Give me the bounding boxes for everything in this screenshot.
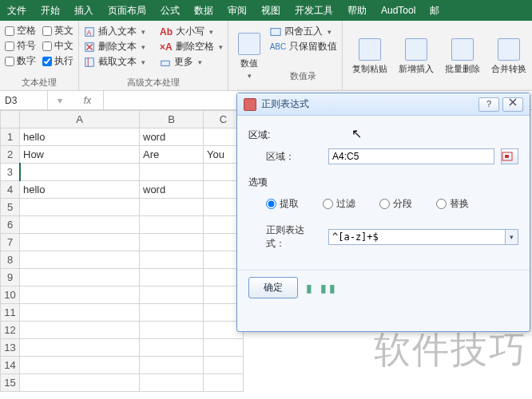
region-input[interactable] bbox=[328, 148, 494, 164]
checkbox-数字[interactable]: 数字 bbox=[5, 54, 36, 68]
cell-A9[interactable] bbox=[20, 269, 140, 286]
row-header-8[interactable]: 8 bbox=[1, 251, 20, 269]
cell-B9[interactable] bbox=[140, 269, 204, 286]
range-picker-button[interactable] bbox=[501, 148, 518, 164]
merge-button[interactable]: 合并转换 bbox=[486, 24, 531, 89]
case-button[interactable]: Ab 大小写▾ bbox=[160, 24, 223, 39]
cut-text-button[interactable]: 截取文本▾ bbox=[84, 54, 145, 69]
tab-2[interactable]: 插入 bbox=[67, 0, 101, 21]
numeric-button[interactable]: 数值▾ bbox=[233, 24, 265, 89]
tab-6[interactable]: 审阅 bbox=[220, 0, 254, 21]
tab-9[interactable]: 帮助 bbox=[340, 0, 374, 21]
cell-B4[interactable]: word bbox=[140, 181, 204, 199]
batch-delete-button[interactable]: 批量删除 bbox=[440, 24, 485, 89]
insert-text-button[interactable]: A插入文本▾ bbox=[84, 24, 145, 39]
cell-B12[interactable] bbox=[140, 322, 204, 339]
copy-paste-button[interactable]: 复制粘贴 bbox=[347, 24, 392, 89]
tab-4[interactable]: 公式 bbox=[153, 0, 187, 21]
radio-提取[interactable]: 提取 bbox=[266, 197, 299, 211]
row-header-1[interactable]: 1 bbox=[1, 128, 20, 146]
row-header-6[interactable]: 6 bbox=[1, 216, 20, 234]
radio-替换[interactable]: 替换 bbox=[436, 197, 469, 211]
cell-B14[interactable] bbox=[140, 357, 204, 374]
row-header-2[interactable]: 2 bbox=[1, 146, 20, 164]
watermark: 软件技巧 bbox=[374, 326, 527, 375]
cell-B3[interactable] bbox=[140, 164, 204, 181]
cell-A4[interactable]: hello bbox=[20, 181, 140, 199]
cell-B1[interactable]: word bbox=[140, 128, 204, 146]
cell-B10[interactable] bbox=[140, 286, 204, 304]
checkbox-符号[interactable]: 符号 bbox=[5, 39, 36, 53]
row-header-3[interactable]: 3 bbox=[1, 164, 20, 181]
cell-C14[interactable] bbox=[204, 357, 244, 374]
cell-A13[interactable] bbox=[20, 339, 140, 357]
radio-分段[interactable]: 分段 bbox=[379, 197, 412, 211]
checkbox-中文[interactable]: 中文 bbox=[42, 39, 73, 53]
delete-text-button[interactable]: 删除文本▾ bbox=[84, 39, 145, 54]
more-button[interactable]: 更多▾ bbox=[160, 54, 223, 69]
row-header-4[interactable]: 4 bbox=[1, 181, 20, 199]
select-all[interactable] bbox=[1, 111, 20, 128]
radio-过滤[interactable]: 过滤 bbox=[323, 197, 355, 211]
row-header-15[interactable]: 15 bbox=[1, 374, 20, 392]
dialog-title: 正则表达式 bbox=[261, 97, 309, 111]
cell-B2[interactable]: Are bbox=[140, 146, 204, 164]
tab-1[interactable]: 开始 bbox=[34, 0, 67, 21]
row-header-10[interactable]: 10 bbox=[1, 286, 20, 304]
row-header-12[interactable]: 12 bbox=[1, 322, 20, 339]
cell-A2[interactable]: How bbox=[20, 146, 140, 164]
new-insert-button[interactable]: 新增插入 bbox=[394, 24, 439, 89]
cell-A15[interactable] bbox=[20, 374, 140, 392]
help-button[interactable]: ? bbox=[478, 97, 499, 112]
regex-dialog: 正则表达式 ? 区域: 区域： 选项 提取 过滤 分段 替换 正则表达式： ▾ … bbox=[236, 93, 530, 332]
tab-5[interactable]: 数据 bbox=[187, 0, 220, 21]
tab-0[interactable]: 文件 bbox=[0, 0, 34, 21]
tab-7[interactable]: 视图 bbox=[254, 0, 288, 21]
tab-8[interactable]: 开发工具 bbox=[288, 0, 340, 21]
cell-A7[interactable] bbox=[20, 234, 140, 251]
cell-A6[interactable] bbox=[20, 216, 140, 234]
cell-C15[interactable] bbox=[204, 374, 244, 392]
tab-10[interactable]: AudTool bbox=[374, 0, 423, 21]
dialog-titlebar[interactable]: 正则表达式 ? bbox=[237, 93, 530, 116]
row-header-7[interactable]: 7 bbox=[1, 234, 20, 251]
cell-B7[interactable] bbox=[140, 234, 204, 251]
cell-A11[interactable] bbox=[20, 304, 140, 322]
cell-B5[interactable] bbox=[140, 199, 204, 216]
row-header-13[interactable]: 13 bbox=[1, 339, 20, 357]
keep-num-button[interactable]: ABC 只保留数值 bbox=[270, 39, 338, 54]
cell-A1[interactable]: hello bbox=[20, 128, 140, 146]
checkbox-空格[interactable]: 空格 bbox=[5, 24, 36, 38]
col-header-B[interactable]: B bbox=[140, 111, 204, 128]
cell-B8[interactable] bbox=[140, 251, 204, 269]
checkbox-执行[interactable]: 执行 bbox=[42, 54, 73, 68]
regex-input[interactable] bbox=[328, 229, 506, 245]
row-header-5[interactable]: 5 bbox=[1, 199, 20, 216]
cell-B15[interactable] bbox=[140, 374, 204, 392]
row-header-14[interactable]: 14 bbox=[1, 357, 20, 374]
delete-space-button[interactable]: ×A删除空格▾ bbox=[160, 39, 223, 54]
name-box[interactable]: D3 bbox=[0, 91, 48, 110]
fx-icon[interactable]: fx bbox=[72, 91, 104, 110]
cell-B6[interactable] bbox=[140, 216, 204, 234]
cell-A10[interactable] bbox=[20, 286, 140, 304]
row-header-11[interactable]: 11 bbox=[1, 304, 20, 322]
round-button[interactable]: 四舍五入▾ bbox=[270, 24, 338, 39]
tab-3[interactable]: 页面布局 bbox=[101, 0, 153, 21]
cell-A3[interactable] bbox=[20, 164, 140, 181]
cell-A12[interactable] bbox=[20, 322, 140, 339]
cell-A14[interactable] bbox=[20, 357, 140, 374]
ok-button[interactable]: 确定 bbox=[248, 277, 298, 298]
tab-11[interactable]: 邮 bbox=[423, 0, 447, 21]
col-header-A[interactable]: A bbox=[20, 111, 140, 128]
cell-C13[interactable] bbox=[204, 339, 244, 357]
cell-A8[interactable] bbox=[20, 251, 140, 269]
regex-dropdown[interactable]: ▾ bbox=[506, 229, 518, 245]
row-header-9[interactable]: 9 bbox=[1, 269, 20, 286]
close-button[interactable] bbox=[502, 97, 523, 112]
cell-B11[interactable] bbox=[140, 304, 204, 322]
cell-B13[interactable] bbox=[140, 339, 204, 357]
svg-rect-4 bbox=[161, 61, 170, 65]
checkbox-英文[interactable]: 英文 bbox=[42, 24, 73, 38]
cell-A5[interactable] bbox=[20, 199, 140, 216]
